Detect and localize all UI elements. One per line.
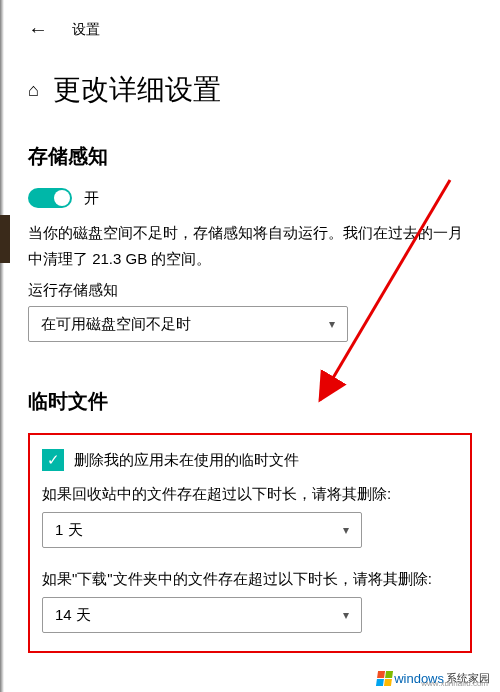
watermark: windows 系统家园 www.xunhaifu.com [377, 671, 490, 686]
chevron-down-icon: ▾ [343, 523, 349, 537]
page-title: 更改详细设置 [53, 71, 221, 109]
downloads-label: 如果"下载"文件夹中的文件存在超过以下时长，请将其删除: [42, 570, 458, 589]
toggle-state-label: 开 [84, 189, 99, 208]
temp-files-heading: 临时文件 [28, 388, 472, 415]
toggle-knob [54, 190, 70, 206]
downloads-value: 14 天 [55, 606, 91, 625]
back-arrow-icon[interactable]: ← [28, 18, 48, 41]
highlight-box: ✓ 删除我的应用未在使用的临时文件 如果回收站中的文件存在超过以下时长，请将其删… [28, 433, 472, 653]
recycle-bin-label: 如果回收站中的文件存在超过以下时长，请将其删除: [42, 485, 458, 504]
windows-logo-icon [376, 671, 393, 686]
chevron-down-icon: ▾ [343, 608, 349, 622]
recycle-bin-value: 1 天 [55, 521, 83, 540]
left-edge-shadow [0, 0, 4, 692]
left-dark-strip [0, 215, 10, 263]
home-icon[interactable]: ⌂ [28, 80, 39, 101]
run-storage-sense-label: 运行存储感知 [28, 281, 472, 300]
downloads-select[interactable]: 14 天 ▾ [42, 597, 362, 633]
run-storage-sense-select[interactable]: 在可用磁盘空间不足时 ▾ [28, 306, 348, 342]
storage-sense-heading: 存储感知 [28, 143, 472, 170]
run-storage-sense-value: 在可用磁盘空间不足时 [41, 315, 191, 334]
storage-sense-description: 当你的磁盘空间不足时，存储感知将自动运行。我们在过去的一月中清理了 21.3 G… [28, 220, 472, 271]
delete-temp-checkbox[interactable]: ✓ [42, 449, 64, 471]
watermark-url: www.xunhaifu.com [421, 679, 488, 688]
storage-sense-toggle[interactable] [28, 188, 72, 208]
recycle-bin-select[interactable]: 1 天 ▾ [42, 512, 362, 548]
checkmark-icon: ✓ [47, 451, 60, 469]
chevron-down-icon: ▾ [329, 317, 335, 331]
delete-temp-label: 删除我的应用未在使用的临时文件 [74, 451, 299, 470]
settings-label: 设置 [72, 21, 100, 39]
